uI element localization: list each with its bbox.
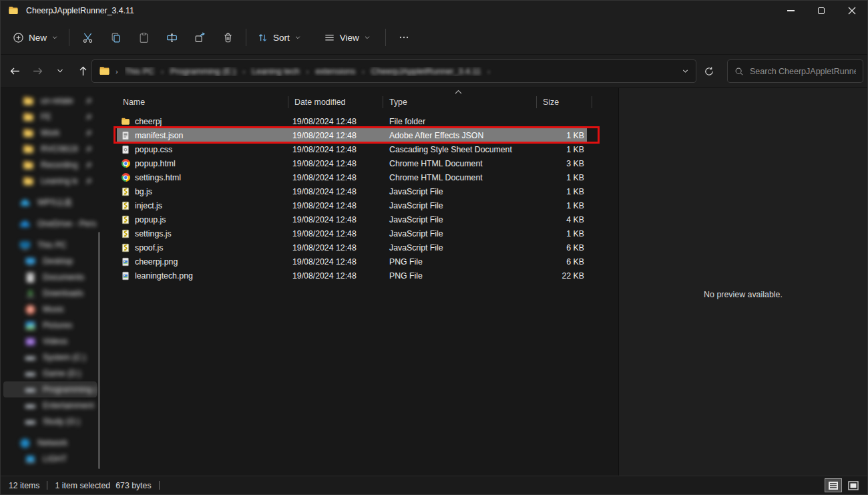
png-icon — [121, 257, 130, 267]
breadcrumb-segment[interactable]: Programming (E:) — [170, 67, 236, 76]
search-box[interactable] — [727, 59, 863, 83]
sidebar-item-recordings[interactable]: Recordings — [3, 157, 97, 173]
breadcrumb-segment[interactable]: Leaning tech — [252, 67, 300, 76]
folder-icon — [23, 128, 34, 139]
chevron-down-icon — [364, 34, 371, 41]
wps-cloud-icon — [19, 197, 31, 208]
breadcrumb-chevron-icon[interactable]: › — [242, 67, 245, 75]
sidebar-item-fe[interactable]: FE — [3, 109, 97, 125]
cut-button[interactable] — [73, 25, 101, 49]
column-header-name[interactable]: Name — [117, 96, 288, 108]
large-icons-view-button[interactable] — [845, 478, 862, 492]
sort-button[interactable]: Sort — [250, 25, 308, 49]
file-row-popup-css[interactable]: popup.css19/08/2024 12:48Cascading Style… — [117, 142, 587, 156]
sidebar-item-downloads[interactable]: Downloads — [3, 285, 97, 301]
breadcrumb-segment[interactable]: This PC — [125, 67, 154, 76]
breadcrumb-segment[interactable]: extensions — [315, 67, 355, 76]
file-name: settings.js — [135, 229, 172, 238]
sidebar-item-programming-e[interactable]: Programming (E:) — [3, 381, 97, 397]
file-row-spoof-js[interactable]: spoof.js19/08/2024 12:48JavaScript File6… — [117, 240, 587, 255]
new-button[interactable]: New — [6, 25, 65, 49]
sidebar-item-music[interactable]: Music — [3, 301, 97, 317]
sidebar-item-documents[interactable]: Documents — [3, 269, 97, 285]
maximize-button[interactable] — [806, 1, 837, 21]
delete-icon — [222, 32, 234, 43]
sidebar-item-leaning-tech[interactable]: Leaning tech — [3, 173, 97, 189]
breadcrumb-chevron-icon[interactable]: › — [306, 67, 309, 75]
sidebar-item-label: System (C:) — [43, 353, 97, 362]
search-input[interactable] — [750, 67, 856, 76]
sidebar-item-study-g[interactable]: Study (G:) — [3, 414, 97, 430]
sidebar-item-system-c[interactable]: System (C:) — [3, 349, 97, 365]
refresh-button[interactable] — [699, 61, 719, 81]
content-area: un-relateFEWorkRVC0813NvidRecordingsLean… — [1, 88, 867, 476]
address-bar[interactable]: › This PC›Programming (E:)›Leaning tech›… — [91, 59, 696, 83]
search-icon — [734, 67, 744, 76]
sidebar-scrollbar[interactable] — [98, 232, 100, 469]
file-row-bg-js[interactable]: bg.js19/08/2024 12:48JavaScript File1 KB — [117, 184, 587, 198]
file-row-inject-js[interactable]: inject.js19/08/2024 12:48JavaScript File… — [117, 198, 587, 212]
sidebar-item-pictures[interactable]: Pictures — [3, 317, 97, 333]
file-explorer-window: CheerpJAppletRunner_3.4.11 New — [0, 0, 868, 495]
file-row-settings-js[interactable]: settings.js19/08/2024 12:48JavaScript Fi… — [117, 226, 587, 240]
file-row-settings-html[interactable]: settings.html19/08/2024 12:48Chrome HTML… — [117, 170, 587, 184]
address-dropdown-chevron-icon[interactable] — [682, 67, 689, 75]
file-size: 4 KB — [536, 215, 587, 224]
view-button[interactable]: View — [317, 25, 377, 49]
downloads-icon — [25, 288, 36, 299]
sidebar-item-light[interactable]: LIGHT — [3, 451, 97, 467]
sidebar-item-label: Study (G:) — [43, 417, 97, 426]
file-row-manifest-json[interactable]: manifest.json19/08/2024 12:48Adobe After… — [117, 128, 587, 142]
details-view-button[interactable] — [825, 478, 842, 492]
breadcrumb-segment[interactable]: CheerpJAppletRunner_3.4.11 — [371, 67, 481, 76]
desktop-icon — [25, 256, 36, 267]
breadcrumb-chevron-icon[interactable]: › — [487, 67, 490, 75]
file-row-popup-html[interactable]: popup.html19/08/2024 12:48Chrome HTML Do… — [117, 156, 587, 170]
sidebar-item-entertainment-f[interactable]: Entertainment (F:) — [3, 397, 97, 414]
this-pc-icon — [19, 240, 31, 251]
more-options-button[interactable] — [390, 25, 418, 49]
png-icon — [121, 271, 130, 281]
breadcrumb-chevron-icon[interactable]: › — [161, 67, 164, 75]
refresh-icon — [704, 66, 714, 77]
paste-button[interactable] — [130, 25, 158, 49]
delete-button[interactable] — [214, 25, 242, 49]
up-button[interactable] — [71, 59, 94, 82]
file-type: PNG File — [383, 257, 536, 267]
close-button[interactable] — [837, 1, 867, 21]
sidebar-item-network[interactable]: Network — [3, 435, 97, 451]
toolbar-divider — [69, 29, 69, 46]
sidebar-item-wps[interactable]: WPS云盘 — [3, 194, 97, 210]
forward-button[interactable] — [26, 59, 49, 82]
rename-button[interactable] — [158, 25, 186, 49]
file-size: 6 KB — [536, 243, 587, 253]
sidebar-item-desktop[interactable]: Desktop — [3, 253, 97, 269]
drive-icon — [25, 352, 36, 363]
copy-button[interactable] — [101, 25, 130, 49]
file-row-popup-js[interactable]: popup.js19/08/2024 12:48JavaScript File4… — [117, 212, 587, 226]
column-header-type[interactable]: Type — [383, 96, 536, 108]
recent-locations-button[interactable] — [49, 59, 71, 82]
sidebar-item-onedrive-person[interactable]: OneDrive - Person — [3, 216, 97, 232]
file-row-cheerpj-png[interactable]: cheerpj.png19/08/2024 12:48PNG File6 KB — [117, 255, 587, 269]
sidebar-item-game-d[interactable]: Game (D:) — [3, 365, 97, 381]
sidebar-item-un-relate[interactable]: un-relate — [3, 93, 97, 109]
chevron-down-icon — [294, 34, 301, 41]
sidebar-item-videos[interactable]: Videos — [3, 333, 97, 349]
minimize-button[interactable] — [775, 1, 806, 21]
share-button[interactable] — [186, 25, 214, 49]
file-name-cell: cheerpj — [117, 117, 288, 126]
file-name: spoof.js — [135, 243, 163, 253]
back-button[interactable] — [3, 59, 26, 82]
sidebar-item-work[interactable]: Work — [3, 125, 97, 141]
file-row-cheerpj[interactable]: cheerpj19/08/2024 12:48File folder — [117, 114, 587, 128]
breadcrumb-chevron-icon[interactable]: › — [362, 67, 365, 75]
sidebar-item-rvc0813nvid[interactable]: RVC0813Nvid — [3, 141, 97, 157]
column-header-size[interactable]: Size — [536, 96, 592, 108]
column-headers: Name Date modified Type Size — [117, 94, 592, 110]
drive-icon — [25, 400, 36, 411]
navigation-pane: un-relateFEWorkRVC0813NvidRecordingsLean… — [1, 88, 107, 476]
sidebar-item-this-pc[interactable]: This PC — [3, 237, 97, 253]
column-header-date[interactable]: Date modified — [288, 96, 383, 108]
file-row-leaningtech-png[interactable]: leaningtech.png19/08/2024 12:48PNG File2… — [117, 269, 587, 283]
